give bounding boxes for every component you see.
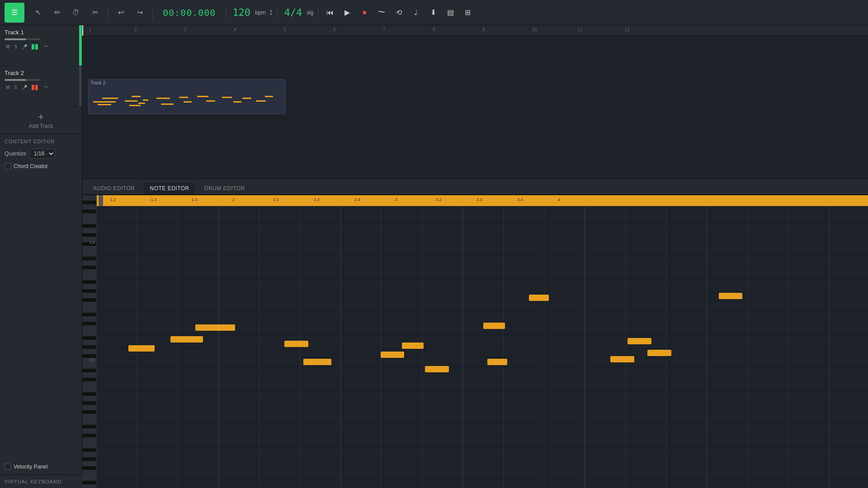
- mini-note: [233, 101, 241, 103]
- track-2-color-bar: [79, 66, 82, 106]
- time-display: 00:00.000: [163, 7, 216, 18]
- separator-4: [277, 6, 278, 19]
- automation-button[interactable]: 〜: [374, 5, 389, 20]
- track-1-mic[interactable]: 🎤: [20, 44, 28, 50]
- note-ruler-1.2: 1.2: [110, 197, 116, 202]
- ruler-mark-9: 9: [482, 27, 485, 32]
- clock-icon: ⏱: [72, 9, 80, 17]
- add-track-button[interactable]: + Add Track: [0, 107, 82, 134]
- play-button[interactable]: ▶: [340, 5, 354, 20]
- note-ruler-2.3: 2.3: [314, 197, 320, 202]
- tab-note-editor[interactable]: NOTE EDITOR: [143, 182, 196, 194]
- tracks-area: Track 2: [82, 36, 868, 178]
- track-2-volume: [5, 79, 41, 81]
- ruler-mark-1: 1: [89, 27, 91, 32]
- cursor-tool-button[interactable]: ↖: [30, 5, 46, 21]
- track-1-color-bar: [79, 25, 82, 66]
- track-1-volume: [5, 38, 41, 40]
- arrange-view: 1 2 3 4 5 6 7 8 9 10 11 12: [82, 25, 868, 179]
- note-block[interactable]: [195, 324, 235, 331]
- mini-note: [256, 100, 266, 102]
- virtual-keyboard-text: VIRTUAL KEYBOARD: [5, 479, 61, 484]
- grid-button[interactable]: ⊞: [460, 5, 475, 20]
- note-ruler-2: 2: [232, 197, 235, 202]
- note-ruler-1.4: 1.4: [192, 197, 198, 202]
- track-2-mute[interactable]: M: [5, 84, 11, 90]
- import-button[interactable]: ⬇: [426, 5, 440, 20]
- editor-tabs: AUDIO EDITOR NOTE EDITOR DRUM EDITOR: [82, 179, 868, 195]
- note-block[interactable]: [529, 295, 549, 301]
- quantize-select[interactable]: 1/16 1/8 1/4: [29, 149, 55, 159]
- track-lane-1[interactable]: [82, 36, 868, 77]
- note-ruler-3.3: 3.3: [476, 197, 482, 202]
- bpm-down-arrow[interactable]: ▼: [269, 13, 273, 16]
- clock-tool-button[interactable]: ⏱: [68, 5, 84, 21]
- tab-drum-editor[interactable]: DRUM EDITOR: [198, 183, 251, 194]
- chord-creator-checkbox[interactable]: [5, 163, 11, 169]
- track-2-mic[interactable]: 🎤: [20, 84, 28, 90]
- note-block[interactable]: [128, 345, 155, 352]
- note-block[interactable]: [425, 366, 449, 372]
- note-ruler-2.4: 2.4: [354, 197, 360, 202]
- content-editor-title: CONTENT EDITOR: [5, 139, 77, 144]
- note-ruler-3: 3: [395, 197, 397, 202]
- record-button[interactable]: ●: [357, 5, 372, 20]
- note-block[interactable]: [381, 352, 404, 358]
- ruler-mark-11: 11: [577, 27, 582, 32]
- track-1-solo[interactable]: S: [13, 44, 19, 50]
- main-layout: Track 1 M S 🎤 ▊▊ 〜 Track 2: [0, 25, 868, 488]
- note-block[interactable]: [719, 293, 742, 299]
- ruler-mark-3: 3: [184, 27, 187, 32]
- tab-audio-editor[interactable]: AUDIO EDITOR: [87, 183, 141, 194]
- clip-track2[interactable]: Track 2: [88, 79, 285, 114]
- note-block[interactable]: [284, 341, 308, 347]
- arrange-ruler: 1 2 3 4 5 6 7 8 9 10 11 12: [82, 25, 868, 36]
- note-block[interactable]: [487, 359, 507, 365]
- note-grid-vlines: [97, 206, 868, 488]
- track-2-solo[interactable]: S: [13, 84, 19, 90]
- note-grid[interactable]: 1.2 1.3 1.4 2 2.2 2.3 2.4 3 3.2 3.3 3.4 …: [97, 195, 868, 488]
- track-item-1: Track 1 M S 🎤 ▊▊ 〜: [0, 25, 82, 66]
- separator-3: [226, 6, 226, 19]
- note-block[interactable]: [647, 350, 671, 356]
- track-2-wave[interactable]: 〜: [42, 84, 49, 91]
- quantize-label: Quantize: [5, 150, 26, 157]
- track-1-meter[interactable]: ▊▊: [30, 44, 40, 50]
- mixer-button[interactable]: ▤: [443, 5, 458, 20]
- velocity-panel-checkbox[interactable]: [5, 464, 11, 470]
- note-block[interactable]: [610, 356, 634, 362]
- note-block[interactable]: [483, 323, 505, 329]
- menu-button[interactable]: ☰: [5, 3, 24, 23]
- track-lane-2[interactable]: Track 2: [82, 77, 868, 117]
- mini-note: [265, 96, 273, 97]
- metronome-button[interactable]: ♩: [409, 5, 423, 20]
- piano-keys: C4 C3: [82, 195, 97, 488]
- note-block[interactable]: [170, 336, 203, 343]
- velocity-panel-row: Velocity Panel: [5, 464, 47, 470]
- note-block[interactable]: [303, 359, 331, 365]
- track-1-wave[interactable]: 〜: [42, 43, 49, 50]
- track-item-2: Track 2 M S 🎤 ▊▊ 〜: [0, 66, 82, 107]
- note-ruler-2.2: 2.2: [273, 197, 279, 202]
- menu-icon: ☰: [11, 8, 18, 17]
- add-track-icon: +: [38, 111, 44, 123]
- chord-creator-label: Chord Creator: [14, 163, 48, 169]
- c4-label: C4: [90, 240, 95, 245]
- note-ruler-3.2: 3.2: [436, 197, 442, 202]
- skip-back-button[interactable]: ⏮: [323, 5, 337, 20]
- mini-note: [206, 100, 215, 102]
- pencil-tool-button[interactable]: ✏: [49, 5, 65, 21]
- track-2-meter[interactable]: ▊▊: [30, 84, 40, 90]
- mini-note: [93, 101, 116, 103]
- scissors-tool-button[interactable]: ✂: [87, 5, 103, 21]
- note-block[interactable]: [627, 338, 651, 344]
- redo-button[interactable]: ↪: [132, 5, 148, 21]
- bpm-arrows[interactable]: ▲ ▼: [269, 9, 273, 16]
- note-editor-ruler: 1.2 1.3 1.4 2 2.2 2.3 2.4 3 3.2 3.3 3.4 …: [97, 195, 868, 206]
- undo-button[interactable]: ↩: [113, 5, 129, 21]
- track-1-mute[interactable]: M: [5, 44, 11, 50]
- note-ruler-4: 4: [558, 197, 560, 202]
- piano-keys-bg: [82, 195, 96, 488]
- note-block[interactable]: [402, 343, 424, 349]
- loop-button[interactable]: ⟲: [392, 5, 406, 20]
